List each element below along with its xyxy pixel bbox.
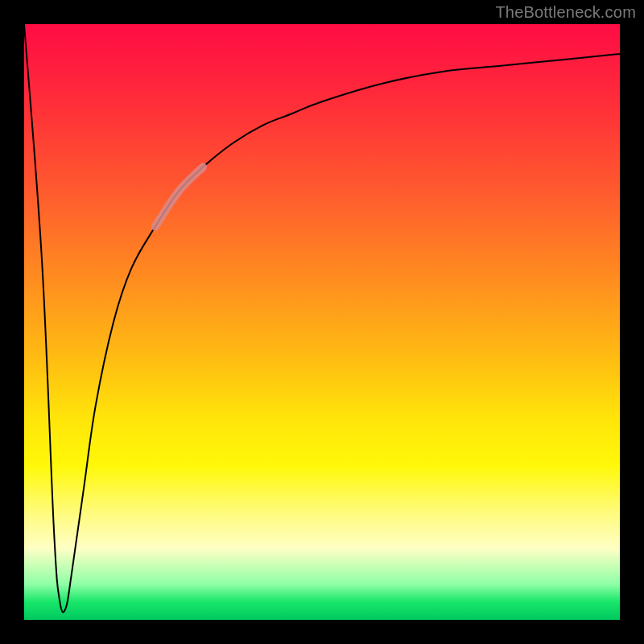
curve-highlight-segment [155,167,203,227]
watermark-text: TheBottleneck.com [495,3,636,22]
curve-svg [24,24,620,620]
plot-area [24,24,620,620]
bottleneck-curve [24,24,620,613]
chart-container: TheBottleneck.com [0,0,644,644]
